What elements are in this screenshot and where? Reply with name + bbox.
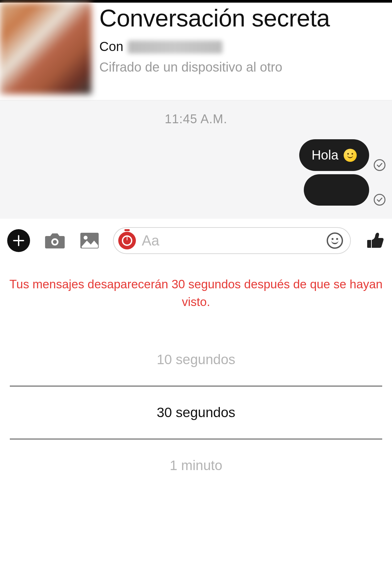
emoji-picker-icon[interactable] (327, 232, 343, 249)
timer-icon[interactable] (118, 232, 136, 249)
smile-emoji-icon (344, 149, 357, 162)
add-button[interactable] (7, 229, 30, 252)
svg-point-1 (53, 240, 57, 244)
message-text: Hola (312, 148, 338, 162)
contact-avatar[interactable] (0, 3, 91, 94)
chat-timestamp: 11:45 A.M. (0, 112, 392, 126)
thumbs-up-icon[interactable] (365, 231, 384, 250)
chat-header: Conversación secreta Con Cifrado de un d… (0, 3, 392, 100)
timer-warning-row: Tus mensajes desaparecerán 30 segundos d… (0, 262, 392, 317)
status-bar (0, 0, 392, 3)
sent-message-bubble[interactable]: Hola (299, 139, 369, 171)
sent-message-bubble[interactable] (304, 174, 369, 206)
gallery-icon[interactable] (80, 232, 99, 249)
message-placeholder: Aa (142, 232, 321, 249)
timer-option-selected[interactable]: 30 segundos (10, 386, 382, 439)
chat-messages: 11:45 A.M. Hola (0, 100, 392, 219)
svg-point-3 (84, 236, 88, 240)
message-input[interactable]: Aa (113, 227, 351, 254)
timer-warning-text: Tus mensajes desaparecerán 30 segundos d… (3, 276, 389, 311)
with-label: Con (99, 39, 123, 54)
delivered-check-icon (374, 159, 385, 171)
timer-option[interactable]: 1 minuto (10, 439, 382, 492)
chat-title: Conversación secreta (99, 5, 392, 31)
message-row (304, 174, 385, 206)
message-row: Hola (299, 139, 385, 171)
encryption-label: Cifrado de un dispositivo al otro (99, 60, 392, 75)
contact-name-redacted (128, 41, 222, 54)
delivered-check-icon (374, 194, 385, 206)
timer-option[interactable]: 10 segundos (10, 333, 382, 386)
timer-picker[interactable]: 10 segundos 30 segundos 1 minuto (0, 317, 392, 492)
composer-toolbar: Aa (0, 219, 392, 262)
camera-icon[interactable] (44, 231, 66, 250)
